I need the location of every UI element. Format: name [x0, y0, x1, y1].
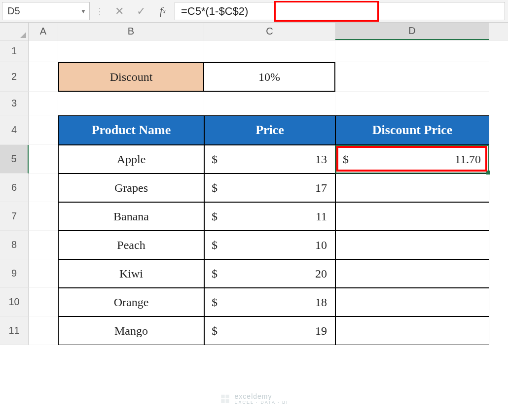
cell-product-2[interactable]: Banana [58, 202, 204, 231]
row-4: 4 Product Name Price Discount Price [0, 115, 508, 145]
header-product[interactable]: Product Name [58, 115, 204, 145]
header-price[interactable]: Price [204, 115, 335, 145]
row-header-5[interactable]: 5 [0, 145, 29, 174]
discount-value: 11.70 [455, 153, 481, 166]
currency-symbol: $ [343, 153, 349, 166]
row-header-7[interactable]: 7 [0, 202, 29, 231]
row-3: 3 [0, 92, 508, 115]
fx-icon[interactable]: fx [152, 0, 174, 22]
cell-discount-3[interactable] [335, 231, 489, 259]
discount-label-cell[interactable]: Discount [58, 62, 204, 92]
cell-A5[interactable] [29, 145, 58, 174]
cell-discount-1[interactable] [335, 174, 489, 202]
cell-D3[interactable] [335, 92, 489, 115]
cell-discount-2[interactable] [335, 202, 489, 231]
name-box[interactable]: D5 ▼ [2, 2, 90, 20]
cell-price-1[interactable]: $ 17 [204, 174, 335, 202]
row-header-4[interactable]: 4 [0, 115, 29, 145]
row-2: 2 Discount 10% [0, 62, 508, 92]
row-header-3[interactable]: 3 [0, 92, 29, 115]
discount-value-cell[interactable]: 10% [204, 62, 335, 92]
cell-C1[interactable] [204, 40, 335, 62]
cell-product-1[interactable]: Grapes [58, 174, 204, 202]
col-header-A[interactable]: A [29, 23, 58, 40]
cell-A2[interactable] [29, 62, 58, 92]
chevron-down-icon[interactable]: ▼ [80, 8, 86, 15]
cell-A1[interactable] [29, 40, 58, 62]
cell-A8[interactable] [29, 231, 58, 259]
row-10: 10 Orange $ 18 [0, 288, 508, 316]
cell-product-5[interactable]: Orange [58, 288, 204, 316]
cell-A11[interactable] [29, 316, 58, 345]
watermark-tagline: EXCEL · DATA · BI [235, 400, 289, 405]
watermark: exceldemy EXCEL · DATA · BI [220, 393, 289, 405]
row-1: 1 [0, 40, 508, 62]
row-11: 11 Mango $ 19 [0, 316, 508, 345]
cell-A6[interactable] [29, 174, 58, 202]
row-header-1[interactable]: 1 [0, 40, 29, 62]
row-header-2[interactable]: 2 [0, 62, 29, 92]
cell-discount-6[interactable] [335, 316, 489, 345]
cell-B1[interactable] [58, 40, 204, 62]
cell-discount-4[interactable] [335, 259, 489, 288]
formula-bar: D5 ▼ ⋮ ✕ ✓ fx =C5*(1-$C$2) [0, 0, 508, 23]
cell-A4[interactable] [29, 115, 58, 145]
row-5: 5 Apple $ 13 $ 11.70 [0, 145, 508, 174]
formula-input[interactable]: =C5*(1-$C$2) [175, 2, 505, 20]
row-header-10[interactable]: 10 [0, 288, 29, 316]
col-header-D[interactable]: D [335, 23, 489, 40]
cell-product-0[interactable]: Apple [58, 145, 204, 174]
cell-price-0[interactable]: $ 13 [204, 145, 335, 174]
cell-discount-0[interactable]: $ 11.70 [335, 145, 489, 174]
watermark-brand: exceldemy [235, 393, 272, 400]
cell-A7[interactable] [29, 202, 58, 231]
cell-price-5[interactable]: $ 18 [204, 288, 335, 316]
formula-text: =C5*(1-$C$2) [181, 5, 248, 18]
cell-B3[interactable] [58, 92, 204, 115]
name-box-value: D5 [7, 5, 20, 17]
row-9: 9 Kiwi $ 20 [0, 259, 508, 288]
cell-C3[interactable] [204, 92, 335, 115]
cell-discount-5[interactable] [335, 288, 489, 316]
cell-A9[interactable] [29, 259, 58, 288]
col-header-B[interactable]: B [58, 23, 204, 40]
logo-icon [220, 393, 231, 404]
header-discount-price[interactable]: Discount Price [335, 115, 489, 145]
cell-product-4[interactable]: Kiwi [58, 259, 204, 288]
column-headers: A B C D [0, 23, 508, 40]
cell-A3[interactable] [29, 92, 58, 115]
cell-D2[interactable] [335, 62, 489, 92]
row-header-11[interactable]: 11 [0, 316, 29, 345]
cell-price-4[interactable]: $ 20 [204, 259, 335, 288]
cancel-icon[interactable]: ✕ [109, 0, 130, 22]
separator: ⋮ [91, 0, 109, 22]
row-header-8[interactable]: 8 [0, 231, 29, 259]
cell-price-6[interactable]: $ 19 [204, 316, 335, 345]
confirm-icon[interactable]: ✓ [130, 0, 152, 22]
cell-price-2[interactable]: $ 11 [204, 202, 335, 231]
cell-product-6[interactable]: Mango [58, 316, 204, 345]
row-header-6[interactable]: 6 [0, 174, 29, 202]
row-7: 7 Banana $ 11 [0, 202, 508, 231]
cell-price-3[interactable]: $ 10 [204, 231, 335, 259]
currency-symbol: $ [212, 153, 218, 166]
price-value: 13 [315, 153, 327, 166]
cell-A10[interactable] [29, 288, 58, 316]
spreadsheet-grid[interactable]: A B C D 1 2 Discount 10% 3 [0, 23, 508, 345]
row-header-9[interactable]: 9 [0, 259, 29, 288]
col-header-C[interactable]: C [204, 23, 335, 40]
select-all-corner[interactable] [0, 23, 29, 40]
cell-D1[interactable] [335, 40, 489, 62]
row-8: 8 Peach $ 10 [0, 231, 508, 259]
row-6: 6 Grapes $ 17 [0, 174, 508, 202]
cell-product-3[interactable]: Peach [58, 231, 204, 259]
